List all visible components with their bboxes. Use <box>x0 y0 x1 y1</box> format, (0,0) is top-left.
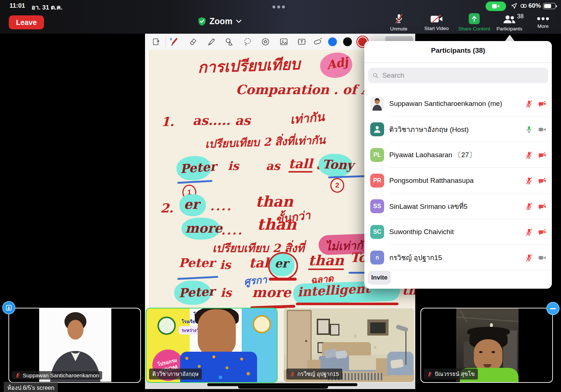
participant-name: Piyawat Laohasaran 〔27〕 <box>389 142 476 168</box>
mic-muted-icon <box>525 151 533 159</box>
wb-ex1-peter: Peter <box>180 159 217 176</box>
color-black-dot <box>343 37 352 46</box>
wb-item2-num: 2. <box>160 201 174 215</box>
mic-muted-icon <box>427 371 432 377</box>
school-logo <box>157 317 176 335</box>
screen-share-owner-label: ห้องป.6/5's screen <box>4 382 58 392</box>
meeting-title[interactable]: Zoom <box>198 15 242 28</box>
wb-item2-er: er <box>184 196 199 212</box>
participant-row[interactable]: PL Piyawat Laohasaran 〔27〕 <box>364 142 552 168</box>
camera-in-use-indicator <box>486 1 506 11</box>
minus-icon <box>550 308 556 309</box>
mic-muted-icon <box>525 228 533 236</box>
participants-panel-title: Participants (38) <box>364 47 552 55</box>
date: อา. 31 ต.ค. <box>31 2 63 12</box>
start-video-button[interactable]: Start Video <box>416 13 457 31</box>
participant-row[interactable]: SC Suwonthip Chaivichit <box>364 219 552 245</box>
video-tile-korawit[interactable]: กรวิชญ์ อุปฐาก15 <box>283 308 415 383</box>
school-logo <box>253 315 271 333</box>
avatar-photo <box>370 97 384 111</box>
participant-name: Suwonthip Chaivichit <box>389 219 454 245</box>
avatar <box>370 97 384 111</box>
mic-muted-icon <box>525 100 533 108</box>
wb-item2-than1: than <box>256 193 293 210</box>
mic-muted-icon <box>525 177 533 185</box>
wb-item2-more: more <box>185 221 222 236</box>
wb-item1-num: 1. <box>161 114 174 129</box>
video-tile-host-active-speaker[interactable]: โครงการเข้าค่าย โรงเรียนเทศบาลวัดขัย ระห… <box>146 308 278 383</box>
search-field[interactable] <box>368 68 548 83</box>
mic-muted-icon <box>394 13 404 24</box>
tile-name-label: ติววิชาภาษาอังกฤษ <box>149 369 202 380</box>
wb-item2-dots: .... <box>210 199 233 213</box>
camera-off-icon <box>538 177 547 185</box>
avatar: ก <box>370 251 384 265</box>
participant-row[interactable]: PR Pongsombut Ratthanasupa <box>364 168 552 193</box>
avatar: SS <box>370 199 384 213</box>
search-input[interactable] <box>382 71 544 80</box>
participant-name: SinLawat Srimano เลขที่5 <box>389 193 468 219</box>
camera-off-icon <box>538 202 547 211</box>
wb-item2-than2: than <box>257 215 297 233</box>
wb-ex2-than: than <box>308 252 344 270</box>
participant-row[interactable]: Suppawan Santicharoenkamon (me) <box>364 91 552 117</box>
participant-name: ติววิชาภาษาอังกฤษ (Host) <box>389 117 469 142</box>
pillow <box>335 350 347 359</box>
more-dots-icon <box>537 17 549 21</box>
security-shield-icon <box>198 17 206 26</box>
tape-icon <box>313 37 323 47</box>
mic-muted-icon <box>525 254 533 262</box>
video-tile-panawat[interactable]: ปัณวรรธน์ สุขโข <box>420 308 553 383</box>
tile-name-label: Suppawan Santicharoenkamon <box>12 371 102 380</box>
top-bar: 11:01 อา. 31 ต.ค. 60% Leave Zoom <box>0 0 561 34</box>
leave-button[interactable]: Leave <box>9 15 44 29</box>
wb-ex3-is: is <box>220 286 231 300</box>
mic-muted-icon <box>290 371 295 377</box>
color-blue-dot <box>328 37 337 46</box>
wb-ex1-is: is <box>228 159 239 173</box>
unmute-button[interactable]: Unmute <box>379 13 419 32</box>
participant-name: Suppawan Santicharoenkamon (me) <box>389 91 502 117</box>
sticker-icon <box>260 37 271 47</box>
avatar <box>370 122 384 136</box>
wb-item2-dots2: .... <box>221 223 244 237</box>
shapes-icon <box>224 37 234 47</box>
share-up-arrow-icon <box>469 13 480 24</box>
video-tile-suppawan[interactable]: Suppawan Santicharoenkamon <box>8 308 141 383</box>
wb-ex3-more: more <box>252 284 291 300</box>
wb-ex1-tony: Tony <box>322 157 354 173</box>
wb-item1-asas: as..... as <box>193 113 250 128</box>
wb-red-underline <box>269 278 297 281</box>
participant-row[interactable]: ก กรวิชญ์ อุปฐาก15 <box>364 245 552 270</box>
minimize-videos-button[interactable] <box>546 302 560 315</box>
wb-item1-desc: เปรียบเทียบ 2 สิ่งที่เท่ากัน <box>205 131 326 152</box>
share-content-button[interactable]: Share Content <box>454 13 494 32</box>
hotspot-link-icon <box>520 3 527 8</box>
wb-blue-underline <box>177 180 212 184</box>
camera-off-icon <box>538 100 547 108</box>
participant-row[interactable]: SS SinLawat Srimano เลขที่5 <box>364 193 552 219</box>
battery-icon <box>543 3 556 9</box>
avatar: PR <box>370 174 384 188</box>
person-silhouette <box>39 308 111 382</box>
invite-button[interactable]: Invite <box>368 271 391 285</box>
mic-on-icon <box>525 125 533 134</box>
wb-ex2-peter: Peter <box>179 256 215 270</box>
switch-view-button[interactable] <box>2 301 15 314</box>
multitask-dots-icon <box>271 3 286 10</box>
search-icon <box>372 72 379 79</box>
wb-ex1-tall: tall <box>289 156 312 173</box>
popover-caret <box>505 35 514 41</box>
participant-row[interactable]: ติววิชาภาษาอังกฤษ (Host) <box>364 117 552 142</box>
meeting-title-label: Zoom <box>209 16 233 26</box>
camera-on-icon <box>538 125 547 134</box>
clock: 11:01 <box>10 2 25 10</box>
remote-home-indicator <box>238 385 328 389</box>
wb-ex2-er: er <box>275 256 288 270</box>
wb-blue-underline <box>177 276 218 280</box>
wb-title-th: การเปรียบเทียบ <box>197 52 301 79</box>
more-button[interactable]: More <box>523 13 561 29</box>
camera-on-icon <box>538 254 547 262</box>
participants-panel: Participants (38) Suppawan Santicharoenk… <box>364 41 552 289</box>
floor-lamp <box>405 330 406 365</box>
